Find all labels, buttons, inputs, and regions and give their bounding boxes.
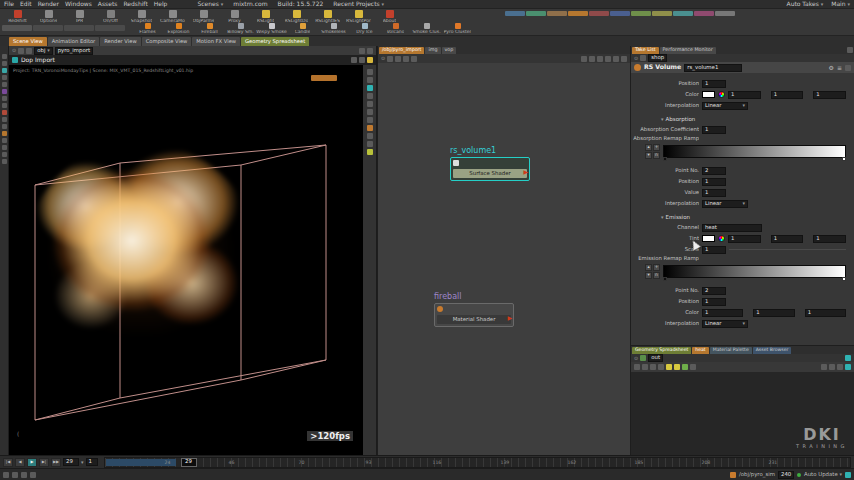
viewport-header-icon[interactable]	[367, 57, 373, 63]
ramp-next-button[interactable]: ▾	[645, 272, 652, 279]
shelf-tool[interactable]: Options	[33, 10, 64, 24]
display-option-icon[interactable]	[367, 69, 373, 75]
tint-b-field[interactable]: 1	[813, 235, 846, 243]
shelf-tool[interactable]: About	[374, 10, 405, 24]
shelf-tab[interactable]	[95, 25, 125, 31]
prev-frame-button[interactable]: ◀	[15, 458, 25, 467]
color-b-field[interactable]: 1	[813, 91, 846, 99]
color-g-field[interactable]: 1	[771, 91, 804, 99]
left-toolbar-icon[interactable]	[2, 54, 7, 59]
viewport-pathbar-icon[interactable]	[359, 48, 365, 54]
network-toolbar-icon[interactable]	[581, 56, 587, 62]
shelf-tool-fireball[interactable]: Fireball	[194, 23, 225, 35]
pane-menu-icon[interactable]	[847, 47, 853, 53]
node-name-field[interactable]: rs_volume1	[684, 64, 742, 72]
shelf-tool[interactable]: Smokeless	[318, 23, 349, 35]
end-frame-field[interactable]: 240	[778, 471, 794, 479]
shelf-tab[interactable]	[2, 25, 32, 31]
path-back-icon[interactable]	[18, 48, 24, 54]
ramp-mode-button[interactable]: n	[653, 152, 660, 159]
shelf-tool[interactable]: ObjParms	[188, 10, 219, 24]
tab-performance-monitor[interactable]: Performance Monitor	[660, 47, 716, 54]
timeline-ruler[interactable]: 29 24 46 70 93 116 139 162 185 208 231	[104, 457, 851, 468]
ramp-add-button[interactable]: +	[653, 264, 660, 271]
color-wheel-icon[interactable]	[718, 91, 725, 98]
emission-section-header[interactable]: ▾Emission	[633, 213, 850, 222]
viewport-header-icon[interactable]	[351, 57, 357, 63]
spreadsheet-toolbar-icon[interactable]	[682, 364, 688, 370]
tab-geometry-spreadsheet[interactable]: Geometry Spreadsheet	[632, 347, 691, 354]
tint-g-field[interactable]: 1	[771, 235, 804, 243]
tab-take-list[interactable]: Take List	[632, 47, 659, 54]
network-toolbar-icon[interactable]	[387, 56, 393, 62]
shelf-tab[interactable]	[547, 11, 567, 16]
left-toolbar-icon[interactable]	[2, 145, 7, 150]
left-toolbar-icon[interactable]	[2, 75, 7, 80]
shelf-tool[interactable]: CameraMo	[157, 10, 188, 24]
display-option-icon[interactable]	[367, 101, 373, 107]
point-position-field[interactable]: 1	[702, 178, 726, 186]
display-option-icon[interactable]	[367, 117, 373, 123]
menu-assets[interactable]: Assets	[98, 1, 118, 7]
menu-file[interactable]: File	[4, 1, 14, 7]
auto-takes-dropdown[interactable]: Auto Takes ▾	[787, 1, 824, 7]
display-option-icon[interactable]	[367, 125, 373, 131]
shelf-tool[interactable]: Billowy Sm.	[225, 23, 256, 35]
tab-animation-editor[interactable]: Animation Editor	[48, 37, 99, 46]
display-option-icon[interactable]	[367, 109, 373, 115]
menu-help[interactable]: Help	[154, 1, 168, 7]
pin-icon[interactable]: ⊙	[634, 56, 638, 61]
interpolation-select[interactable]: Linear▾	[702, 320, 748, 328]
viewport-3d-canvas[interactable]: Project: TRN_VoronoiMondayTips | Scene: …	[9, 65, 363, 455]
pin-icon[interactable]: ⊙	[381, 56, 385, 61]
shelf-tool[interactable]: RSLightDo	[281, 10, 312, 24]
node-body[interactable]: Material Shader ▶	[434, 303, 514, 327]
recent-projects-dropdown[interactable]: Recent Projects ▾	[333, 1, 384, 7]
left-toolbar-icon[interactable]	[2, 82, 7, 87]
position-field[interactable]: 1	[702, 80, 726, 88]
chevron-down-icon[interactable]: ▾	[81, 460, 84, 465]
ramp-mode-button[interactable]: n	[653, 272, 660, 279]
pin-icon[interactable]: ⊙	[12, 48, 16, 53]
jump-end-button[interactable]: ▶▶	[51, 458, 61, 467]
ramp-gradient[interactable]	[663, 145, 846, 158]
tab-scene-view[interactable]: Scene View	[9, 37, 47, 46]
ramp-handle[interactable]	[842, 157, 846, 161]
network-toolbar-icon[interactable]	[597, 56, 603, 62]
shelf-tool-flames[interactable]: Flames	[132, 23, 163, 35]
viewport-pathbar-icon[interactable]	[367, 48, 373, 54]
absorption-coefficient-field[interactable]: 1	[702, 126, 726, 134]
shelf-tool[interactable]: Smoke Clus.	[411, 23, 442, 35]
network-toolbar-icon[interactable]	[395, 56, 401, 62]
absorption-section-header[interactable]: ▾Absorption	[633, 115, 850, 124]
play-button[interactable]: ▶	[27, 458, 37, 467]
spreadsheet-toolbar-icon[interactable]	[650, 364, 656, 370]
context-path-field[interactable]: shop	[648, 54, 667, 62]
shelf-tab[interactable]	[505, 11, 525, 16]
tab-heat[interactable]: heat	[692, 347, 708, 354]
path-forward-icon[interactable]	[26, 48, 32, 54]
left-toolbar-icon[interactable]	[2, 138, 7, 143]
scenes-dropdown[interactable]: Scenes ▾	[197, 1, 223, 7]
output-arrow-icon[interactable]: ▶	[507, 315, 512, 321]
point-no-field[interactable]: 2	[702, 167, 726, 175]
spreadsheet-toolbar-icon[interactable]	[634, 364, 640, 370]
tab-img[interactable]: img	[425, 47, 440, 54]
pin-icon[interactable]: ⊙	[634, 356, 638, 361]
network-toolbar-icon[interactable]	[605, 56, 611, 62]
shelf-tab[interactable]	[715, 11, 735, 16]
display-option-icon[interactable]	[367, 85, 373, 91]
shelf-tab[interactable]	[652, 11, 672, 16]
left-toolbar-icon[interactable]	[2, 131, 7, 136]
ramp-add-button[interactable]: +	[653, 144, 660, 151]
left-toolbar-icon[interactable]	[2, 68, 7, 73]
ramp-prev-button[interactable]: ▴	[645, 264, 652, 271]
point-color-b-field[interactable]: 1	[805, 309, 846, 317]
out-path-field[interactable]: out	[648, 354, 663, 362]
shelf-tab[interactable]	[589, 11, 609, 16]
point-color-g-field[interactable]: 1	[753, 309, 794, 317]
shelf-tool[interactable]: RSLightIES	[312, 10, 343, 24]
status-corner-icon[interactable]	[845, 472, 851, 478]
shelf-tab[interactable]	[33, 25, 63, 31]
network-toolbar-icon[interactable]	[613, 56, 619, 62]
